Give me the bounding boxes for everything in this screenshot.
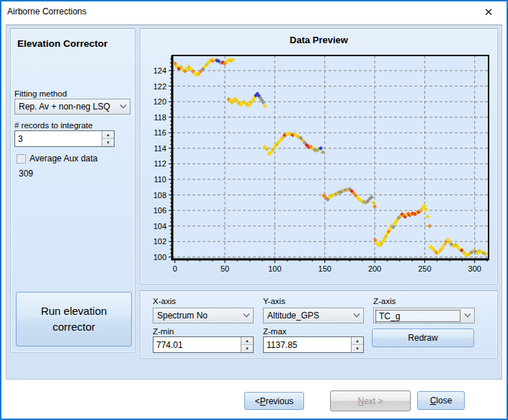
close-label-post: lose [436, 396, 452, 406]
previous-label-pre: < [255, 396, 260, 406]
next-label-post: ext > [364, 396, 383, 406]
records-to-integrate-input[interactable] [15, 131, 102, 146]
svg-text:0: 0 [173, 264, 177, 273]
data-preview-chart: 1001021041061081101121141161181201221240… [141, 29, 497, 284]
z-min-spinner-buttons: ▲ ▼ [241, 337, 253, 352]
svg-text:120: 120 [153, 97, 166, 106]
x-axis-value: Spectrum No [153, 310, 240, 321]
svg-text:110: 110 [153, 175, 166, 184]
next-button: Next > [330, 390, 411, 411]
fitting-method-label: Fitting method [14, 89, 67, 98]
svg-text:114: 114 [153, 144, 166, 153]
average-aux-checkbox[interactable] [17, 154, 26, 164]
svg-text:250: 250 [418, 264, 431, 273]
spin-down-icon[interactable]: ▼ [352, 345, 363, 352]
spin-up-icon[interactable]: ▲ [241, 337, 253, 345]
svg-text:118: 118 [153, 113, 166, 122]
svg-text:200: 200 [368, 264, 381, 273]
fitting-method-value: Rep. Av + non-neg LSQ [15, 102, 117, 112]
chevron-down-icon [117, 104, 130, 109]
redraw-button[interactable]: Redraw [372, 329, 474, 347]
chevron-down-icon [240, 313, 253, 318]
records-to-integrate-spinner: ▲ ▼ [14, 130, 115, 147]
content-panel: Elevation Corrector Fitting method Rep. … [6, 24, 502, 380]
svg-text:150: 150 [318, 264, 331, 273]
elevation-corrector-group: Elevation Corrector Fitting method Rep. … [10, 28, 135, 353]
z-min-label: Z-min [153, 327, 174, 336]
close-icon[interactable]: ✕ [481, 4, 496, 20]
close-button[interactable]: Close [417, 391, 465, 410]
svg-text:50: 50 [220, 264, 229, 273]
title-bar: Airborne Corrections ✕ [1, 1, 507, 22]
svg-text:116: 116 [153, 128, 166, 137]
previous-label-post: revious [266, 396, 294, 406]
svg-text:124: 124 [153, 66, 166, 75]
y-axis-value: Altitude_GPS [264, 310, 350, 321]
chevron-down-icon [350, 313, 363, 318]
svg-text:104: 104 [153, 222, 166, 231]
z-axis-value: TC_g [375, 310, 460, 322]
y-axis-label: Y-axis [263, 297, 285, 305]
spin-up-icon[interactable]: ▲ [352, 337, 363, 345]
z-max-label: Z-max [263, 327, 287, 336]
spin-down-icon[interactable]: ▼ [241, 345, 253, 352]
svg-text:100: 100 [153, 253, 166, 262]
svg-text:122: 122 [153, 82, 166, 91]
z-min-spinner: ▲ ▼ [153, 336, 254, 353]
airborne-corrections-dialog: Airborne Corrections ✕ Elevation Correct… [0, 0, 508, 420]
fitting-method-select[interactable]: Rep. Av + non-neg LSQ [14, 99, 130, 115]
elevation-corrector-heading: Elevation Corrector [17, 38, 107, 49]
svg-text:100: 100 [268, 264, 281, 273]
axis-controls-group: X-axis Spectrum No Y-axis Altitude_GPS Z… [140, 290, 498, 359]
z-axis-select[interactable]: TC_g [373, 308, 475, 323]
svg-text:108: 108 [153, 191, 166, 200]
run-elevation-corrector-button[interactable]: Run elevation corrector [16, 292, 132, 347]
spin-up-icon[interactable]: ▲ [102, 131, 114, 139]
previous-label-key: P [260, 396, 266, 406]
x-axis-label: X-axis [153, 297, 176, 305]
close-label-key: C [430, 396, 437, 406]
z-axis-label: Z-axis [373, 297, 396, 305]
svg-text:102: 102 [153, 237, 166, 246]
data-preview-group: Data Preview 100102104106108110112114116… [140, 28, 498, 285]
z-min-input[interactable] [153, 337, 241, 352]
svg-text:106: 106 [153, 206, 166, 215]
records-spinner-buttons: ▲ ▼ [102, 131, 114, 146]
records-to-integrate-label: # records to integrate [14, 121, 93, 130]
spin-down-icon[interactable]: ▼ [102, 139, 114, 146]
chevron-down-icon [461, 313, 474, 318]
x-axis-select[interactable]: Spectrum No [153, 308, 254, 323]
window-title: Airborne Corrections [7, 6, 86, 17]
svg-text:300: 300 [468, 264, 481, 273]
previous-button[interactable]: < Previous [244, 392, 304, 410]
average-aux-label: Average Aux data [30, 153, 98, 164]
z-max-spinner: ▲ ▼ [263, 336, 364, 353]
next-label-key: N [357, 396, 364, 406]
z-max-spinner-buttons: ▲ ▼ [351, 337, 363, 352]
z-max-input[interactable] [264, 337, 351, 352]
y-axis-select[interactable]: Altitude_GPS [263, 308, 364, 323]
record-count: 309 [19, 169, 33, 179]
svg-text:112: 112 [153, 159, 166, 168]
